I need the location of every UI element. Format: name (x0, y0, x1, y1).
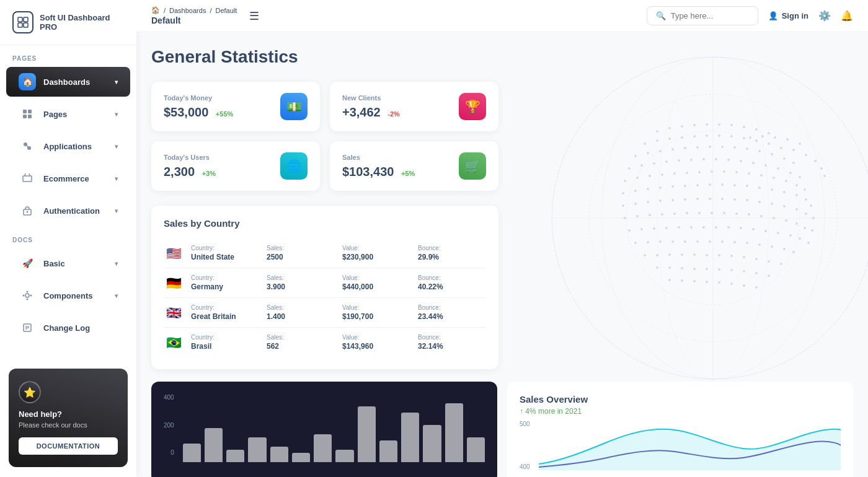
value-col-us: Value: $230,900 (342, 245, 410, 261)
svg-point-125 (624, 217, 626, 219)
sidebar-item-pages-label: Pages (43, 110, 67, 119)
svg-point-76 (799, 176, 801, 178)
svg-rect-4 (23, 110, 27, 113)
chart-bar (467, 437, 485, 462)
svg-point-213 (807, 242, 810, 244)
help-title: Need help? (19, 409, 118, 419)
svg-point-120 (758, 201, 761, 203)
chart-bar (314, 434, 332, 462)
country-row-de: 🇩🇪 Country: Germany Sales: 3.900 Value: … (164, 268, 486, 298)
svg-point-39 (681, 136, 683, 139)
svg-point-119 (746, 199, 748, 201)
stat-value-clients: +3,462 -2% (342, 105, 400, 120)
sidebar: Soft UI Dashboard PRO PAGES 🏠 Dashboards… (0, 0, 136, 477)
value-col-br: Value: $143,960 (342, 334, 410, 351)
overview-sub: ↑ 4% more in 2021 (520, 407, 841, 416)
sales-col-de: Sales: 3.900 (267, 274, 335, 291)
svg-point-150 (740, 227, 742, 229)
sidebar-item-dashboards[interactable]: 🏠 Dashboards ▾ (6, 67, 130, 97)
svg-point-128 (661, 213, 663, 216)
svg-point-199 (755, 286, 758, 289)
svg-point-137 (773, 217, 775, 219)
svg-point-172 (668, 253, 671, 256)
svg-point-214 (552, 57, 868, 379)
svg-point-181 (780, 263, 782, 265)
svg-rect-2 (18, 23, 22, 27)
svg-point-102 (733, 184, 736, 186)
svg-point-190 (755, 272, 758, 274)
flag-us: 🇺🇸 (164, 246, 184, 261)
svg-point-105 (771, 188, 773, 191)
basic-icon: 🚀 (19, 255, 36, 272)
svg-point-174 (693, 253, 696, 256)
sidebar-item-authentication[interactable]: Authentication ▾ (6, 196, 130, 225)
svg-point-202 (774, 136, 776, 139)
bounce-col-us: Bounce: 29.9% (418, 245, 486, 261)
svg-point-69 (715, 158, 717, 160)
svg-point-66 (678, 159, 680, 162)
svg-point-91 (795, 184, 798, 186)
svg-point-203 (786, 138, 789, 141)
svg-point-75 (789, 172, 792, 174)
globe-decoration (533, 38, 868, 398)
country-name-col-us: Country: United State (191, 245, 259, 261)
search-input[interactable] (671, 11, 745, 20)
svg-point-169 (792, 251, 795, 253)
svg-point-14 (25, 294, 29, 297)
svg-point-158 (659, 240, 662, 243)
svg-point-26 (656, 130, 658, 133)
svg-point-212 (811, 229, 813, 232)
stat-change-sales: +5% (401, 170, 415, 177)
notification-icon[interactable]: 🔔 (841, 10, 853, 22)
documentation-button[interactable]: DOCUMENTATION (19, 437, 118, 455)
sidebar-item-components-label: Components (43, 291, 92, 300)
ecommerce-icon (19, 170, 36, 187)
breadcrumb-dashboards[interactable]: Dashboards (169, 7, 206, 14)
svg-point-84 (711, 170, 713, 173)
svg-point-83 (698, 171, 701, 173)
hamburger-menu[interactable]: ☰ (249, 9, 259, 23)
bar-chart-card: 400 200 0 (151, 382, 497, 477)
svg-point-18 (30, 295, 32, 297)
svg-point-185 (693, 268, 696, 270)
sidebar-item-basic[interactable]: 🚀 Basic ▾ (6, 248, 130, 278)
section-label-pages: PAGES (0, 45, 136, 66)
settings-icon[interactable]: ⚙️ (818, 10, 831, 22)
svg-point-106 (783, 191, 786, 193)
sidebar-item-components[interactable]: Components ▾ (6, 281, 130, 310)
svg-point-16 (27, 299, 29, 300)
svg-point-45 (755, 139, 758, 142)
sidebar-item-applications[interactable]: Applications ▾ (6, 131, 130, 161)
svg-point-92 (804, 188, 806, 191)
search-bar[interactable]: 🔍 (647, 6, 758, 25)
sidebar-item-ecommerce-label: Ecommerce (43, 174, 89, 183)
sidebar-item-ecommerce[interactable]: Ecommerce ▾ (6, 164, 130, 193)
svg-point-197 (730, 282, 733, 285)
pages-icon (19, 105, 36, 123)
stat-icon-money: 💵 (280, 93, 308, 120)
svg-point-146 (690, 226, 693, 229)
stat-card-sales: Sales $103,430 +5% 🛒 (330, 141, 498, 191)
svg-point-116 (709, 198, 711, 200)
svg-point-63 (640, 164, 643, 167)
sidebar-item-changelog[interactable]: Change Log (6, 313, 130, 343)
header: 🏠 / Dashboards / Default Default ☰ 🔍 👤 S… (136, 0, 868, 32)
sidebar-item-changelog-label: Change Log (43, 323, 90, 333)
signin-button[interactable]: 👤 Sign in (768, 11, 808, 20)
svg-point-153 (777, 232, 779, 234)
svg-point-34 (755, 128, 758, 131)
svg-point-183 (668, 266, 671, 269)
bounce-col-gb: Bounce: 23.44% (418, 304, 486, 321)
chart-bar (401, 413, 419, 462)
svg-point-40 (693, 135, 696, 138)
country-table: 🇺🇸 Country: United State Sales: 2500 Val… (164, 239, 486, 357)
svg-point-103 (746, 185, 748, 187)
svg-rect-6 (23, 115, 27, 118)
sidebar-item-pages[interactable]: Pages ▾ (6, 99, 130, 129)
sidebar-item-basic-label: Basic (43, 259, 65, 268)
svg-point-215 (601, 57, 825, 379)
svg-rect-1 (24, 17, 28, 22)
stat-value-money: $53,000 +55% (164, 105, 233, 120)
chart-bar (292, 453, 310, 462)
sales-country-title: Sales by Country (164, 218, 486, 229)
